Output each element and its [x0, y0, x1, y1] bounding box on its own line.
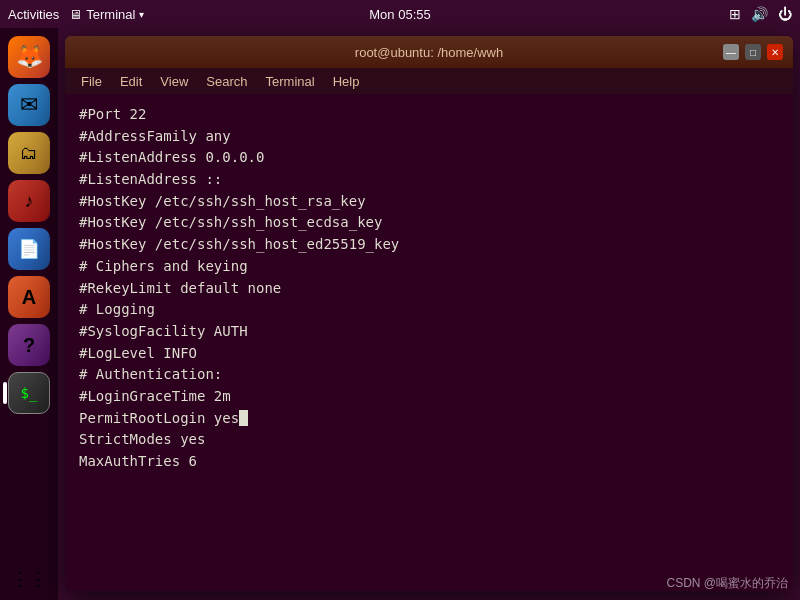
term-line: #LoginGraceTime 2m: [79, 386, 779, 408]
network-icon[interactable]: ⊞: [729, 6, 741, 22]
dock-item-files[interactable]: 🗂: [8, 132, 50, 174]
term-line: # Ciphers and keying: [79, 256, 779, 278]
terminal-window-icon: 🖥: [69, 7, 82, 22]
chevron-down-icon: ▾: [139, 9, 144, 20]
menu-edit[interactable]: Edit: [112, 72, 150, 91]
term-line: PermitRootLogin yes: [79, 408, 779, 430]
term-line: #RekeyLimit default none: [79, 278, 779, 300]
power-icon[interactable]: ⏻: [778, 6, 792, 22]
dock-item-mail[interactable]: ✉: [8, 84, 50, 126]
window-minimize-button[interactable]: —: [723, 44, 739, 60]
system-bar: Activities 🖥 Terminal ▾ Mon 05:55 ⊞ 🔊 ⏻: [0, 0, 800, 28]
menu-help[interactable]: Help: [325, 72, 368, 91]
terminal-menubar: File Edit View Search Terminal Help: [65, 68, 793, 94]
system-bar-left: Activities 🖥 Terminal ▾: [8, 7, 144, 22]
terminal-titlebar: root@ubuntu: /home/wwh — □ ✕: [65, 36, 793, 68]
term-line: #HostKey /etc/ssh/ssh_host_ecdsa_key: [79, 212, 779, 234]
terminal-window: root@ubuntu: /home/wwh — □ ✕ File Edit V…: [65, 36, 793, 591]
term-line: StrictModes yes: [79, 429, 779, 451]
dock-item-grid[interactable]: ⋮⋮: [8, 558, 50, 600]
menu-file[interactable]: File: [73, 72, 110, 91]
window-close-button[interactable]: ✕: [767, 44, 783, 60]
terminal-cursor: [239, 410, 248, 426]
term-line: #ListenAddress 0.0.0.0: [79, 147, 779, 169]
window-controls: — □ ✕: [723, 44, 783, 60]
dock-item-apps[interactable]: A: [8, 276, 50, 318]
term-line: # Authentication:: [79, 364, 779, 386]
terminal-indicator: 🖥 Terminal ▾: [69, 7, 144, 22]
menu-terminal[interactable]: Terminal: [258, 72, 323, 91]
term-line: #SyslogFacility AUTH: [79, 321, 779, 343]
volume-icon[interactable]: 🔊: [751, 6, 768, 22]
system-bar-clock: Mon 05:55: [369, 7, 430, 22]
term-line: #HostKey /etc/ssh/ssh_host_rsa_key: [79, 191, 779, 213]
dock-item-doc[interactable]: 📄: [8, 228, 50, 270]
menu-view[interactable]: View: [152, 72, 196, 91]
watermark: CSDN @喝蜜水的乔治: [666, 575, 788, 592]
term-line: #Port 22: [79, 104, 779, 126]
term-line: MaxAuthTries 6: [79, 451, 779, 473]
system-bar-right: ⊞ 🔊 ⏻: [729, 6, 792, 22]
dock-item-firefox[interactable]: 🦊: [8, 36, 50, 78]
term-line: #LogLevel INFO: [79, 343, 779, 365]
dock-item-terminal[interactable]: $_: [8, 372, 50, 414]
menu-search[interactable]: Search: [198, 72, 255, 91]
terminal-app-name: Terminal: [86, 7, 135, 22]
window-maximize-button[interactable]: □: [745, 44, 761, 60]
dock: 🦊 ✉ 🗂 ♪ 📄 A ? $_ ⋮⋮: [0, 28, 58, 600]
term-line: #AddressFamily any: [79, 126, 779, 148]
terminal-content[interactable]: #Port 22#AddressFamily any#ListenAddress…: [65, 94, 793, 591]
dock-item-audio[interactable]: ♪: [8, 180, 50, 222]
term-line: #ListenAddress ::: [79, 169, 779, 191]
terminal-title: root@ubuntu: /home/wwh: [355, 45, 503, 60]
activities-button[interactable]: Activities: [8, 7, 59, 22]
term-line: #HostKey /etc/ssh/ssh_host_ed25519_key: [79, 234, 779, 256]
dock-item-help[interactable]: ?: [8, 324, 50, 366]
term-line: # Logging: [79, 299, 779, 321]
